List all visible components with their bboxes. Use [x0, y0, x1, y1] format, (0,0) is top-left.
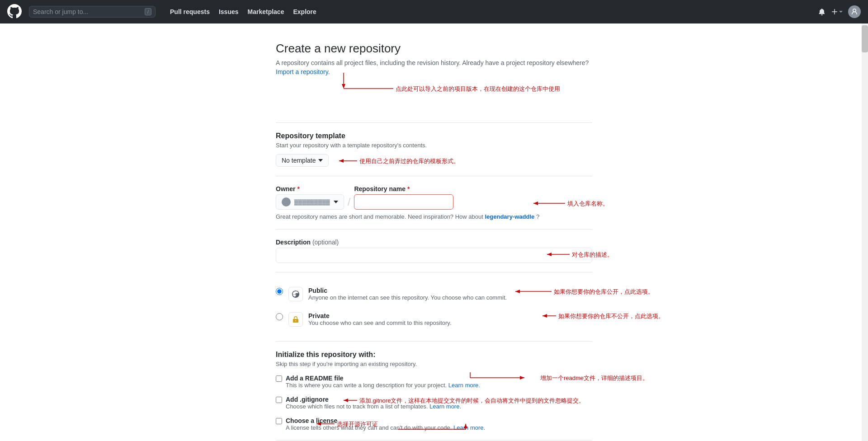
suggestion-text: Great repository names are short and mem… — [276, 213, 592, 220]
svg-marker-8 — [334, 201, 338, 203]
scrollbar-right[interactable] — [862, 23, 868, 441]
nav-issues[interactable]: Issues — [215, 5, 242, 18]
public-radio[interactable] — [276, 288, 283, 295]
owner-label: Owner * — [276, 185, 344, 192]
license-checkbox[interactable] — [276, 418, 282, 424]
search-input[interactable] — [33, 8, 142, 15]
page-title: Create a new repository — [276, 42, 592, 56]
header: / Pull requests Issues Marketplace Explo… — [0, 0, 868, 23]
divider-5 — [276, 341, 592, 342]
suggestion-link[interactable]: legendary-waddle — [485, 213, 534, 220]
nav-explore[interactable]: Explore — [289, 5, 320, 18]
scrollbar-thumb[interactable] — [862, 25, 868, 52]
nav-pull-requests[interactable]: Pull requests — [166, 5, 213, 18]
readme-learn-more[interactable]: Learn more. — [448, 382, 480, 389]
visibility-section: Public Anyone on the internet can see th… — [276, 281, 592, 332]
divider-4 — [276, 272, 592, 272]
nav-marketplace[interactable]: Marketplace — [244, 5, 288, 18]
svg-text:填入仓库名称。: 填入仓库名称。 — [567, 200, 609, 207]
svg-text:如果你想要你的仓库公开，点此选项。: 如果你想要你的仓库公开，点此选项。 — [554, 288, 654, 295]
slash-divider: / — [348, 194, 351, 210]
template-section: Repository template Start your repositor… — [276, 132, 592, 167]
repo-annotation-arrow: 填入仓库名称。 — [547, 199, 728, 217]
readme-desc: This is where you can write a long descr… — [286, 382, 480, 389]
private-option: Private You choose who can see and commi… — [276, 307, 592, 332]
description-input[interactable] — [276, 248, 592, 263]
gitignore-annotation-arrow: 添加.gitnore文件，这样在本地提交文件的时候，会自动将文件中提到的文件忽略… — [353, 396, 669, 409]
repo-name-input[interactable] — [354, 194, 453, 210]
form-container: Create a new repository A repository con… — [267, 42, 601, 441]
private-annotation-arrow: 如果你想要你的仓库不公开，点此选项。 — [547, 310, 773, 324]
divider-1 — [276, 122, 592, 123]
template-select-button[interactable]: No template — [276, 154, 329, 167]
description-label: Description (optional) — [276, 239, 592, 246]
notifications-button[interactable] — [818, 8, 826, 15]
template-subtitle: Start your repository with a template re… — [276, 142, 592, 149]
svg-marker-32 — [464, 424, 467, 428]
owner-avatar — [282, 197, 291, 206]
template-select-label: No template — [282, 157, 316, 164]
svg-text:如果你想要你的仓库不公开，点此选项。: 如果你想要你的仓库不公开，点此选项。 — [558, 313, 664, 319]
divider-2 — [276, 176, 592, 176]
private-icon — [288, 312, 303, 327]
divider-3 — [276, 229, 592, 230]
public-annotation-arrow: 如果你想要你的仓库公开，点此选项。 — [542, 286, 746, 300]
svg-marker-1 — [342, 84, 345, 89]
readme-info: Add a README file This is where you can … — [286, 375, 480, 389]
readme-checkbox[interactable] — [276, 375, 282, 382]
owner-field-group: Owner * ▓▓▓▓▓▓▓▓▓ — [276, 185, 344, 210]
description-annotation-arrow: 对仓库的描述。 — [556, 248, 737, 266]
template-annotation-arrow: 使用自己之前弄过的仓库的模板形式。 — [339, 152, 520, 174]
owner-name: ▓▓▓▓▓▓▓▓▓ — [294, 199, 330, 205]
readme-label: Add a README file — [286, 375, 480, 382]
repo-label: Repository name * — [354, 185, 453, 192]
divider-6 — [276, 440, 592, 441]
main-content: Create a new repository A repository con… — [0, 23, 868, 441]
page-subtitle: A repository contains all project files,… — [276, 59, 592, 66]
header-nav: Pull requests Issues Marketplace Explore — [166, 5, 320, 18]
svg-text:点此处可以导入之前的项目版本，在现在创建的这个仓库中使用: 点此处可以导入之前的项目版本，在现在创建的这个仓库中使用 — [396, 85, 560, 92]
init-section: Initialize this repository with: Skip th… — [276, 351, 592, 431]
init-title: Initialize this repository with: — [276, 351, 592, 359]
svg-text:使用自己之前弄过的仓库的模板形式。: 使用自己之前弄过的仓库的模板形式。 — [359, 158, 459, 164]
owner-repo-row: Owner * ▓▓▓▓▓▓▓▓▓ / Repository name * — [276, 185, 592, 210]
search-bar[interactable]: / — [29, 6, 156, 18]
svg-marker-4 — [318, 159, 323, 162]
owner-select[interactable]: ▓▓▓▓▓▓▓▓▓ — [276, 194, 344, 210]
license-annotation-arrow: 选择开源许可证 — [330, 419, 511, 433]
public-icon — [288, 287, 303, 301]
import-annotation-arrow: 点此处可以导入之前的项目版本，在现在创建的这个仓库中使用 — [303, 73, 574, 109]
header-right — [818, 5, 861, 18]
add-button[interactable] — [831, 8, 843, 15]
svg-text:对仓库的描述。: 对仓库的描述。 — [572, 251, 613, 258]
init-subtitle: Skip this step if you're importing an ex… — [276, 361, 592, 367]
svg-text:选择开源许可证: 选择开源许可证 — [337, 421, 378, 427]
readme-annotation-arrow: 增加一个readme文件，详细的描述项目。 — [538, 372, 787, 386]
keyboard-shortcut: / — [145, 8, 151, 15]
template-title: Repository template — [276, 132, 592, 140]
repo-field-group: Repository name * — [354, 185, 453, 210]
svg-marker-6 — [339, 159, 344, 163]
private-radio[interactable] — [276, 313, 283, 320]
avatar[interactable] — [848, 5, 861, 18]
github-logo[interactable] — [7, 4, 22, 20]
gitignore-checkbox[interactable] — [276, 397, 282, 403]
svg-text:添加.gitnore文件，这样在本地提交文件的时候，会自动将: 添加.gitnore文件，这样在本地提交文件的时候，会自动将文件中提到的文件忽略… — [359, 397, 585, 404]
svg-text:增加一个readme文件，详细的描述项目。: 增加一个readme文件，详细的描述项目。 — [540, 375, 648, 381]
